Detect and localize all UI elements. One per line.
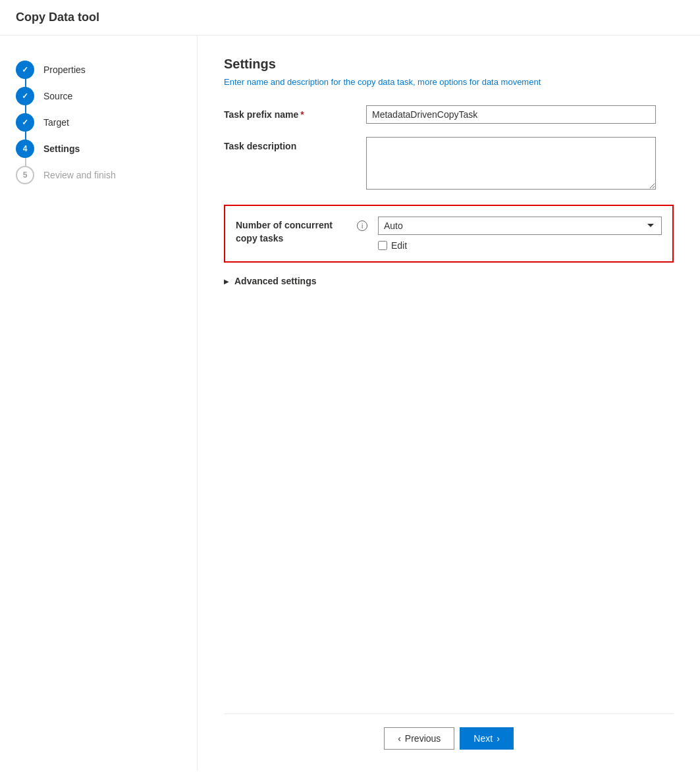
task-prefix-control <box>366 105 674 124</box>
step-label-source: Source <box>43 83 72 109</box>
chevron-right-icon: › <box>497 733 500 744</box>
info-icon[interactable]: i <box>357 220 367 231</box>
step-label-review: Review and finish <box>43 162 116 188</box>
previous-button[interactable]: ‹ Previous <box>384 727 454 750</box>
edit-label: Edit <box>391 240 407 251</box>
concurrent-dropdown[interactable]: Auto 1 2 4 8 16 <box>378 217 662 235</box>
concurrent-section: Number of concurrent copy tasks i Auto 1… <box>224 205 674 263</box>
step-item-target[interactable]: ✓ Target <box>16 109 181 136</box>
concurrent-controls: Auto 1 2 4 8 16 Edit <box>378 217 662 251</box>
step-item-review[interactable]: 5 Review and finish <box>16 162 181 188</box>
section-subtitle: Enter name and description for the copy … <box>224 77 674 87</box>
step-circle-source: ✓ <box>16 87 34 105</box>
step-label-settings: Settings <box>43 136 80 162</box>
step-circle-review: 5 <box>16 166 34 184</box>
step-circle-properties: ✓ <box>16 61 34 79</box>
step-circle-settings: 4 <box>16 140 34 158</box>
step-item-settings[interactable]: 4 Settings <box>16 136 181 162</box>
task-description-control <box>366 137 674 192</box>
step-item-properties[interactable]: ✓ Properties <box>16 57 181 83</box>
task-description-label: Task description <box>224 137 356 151</box>
advanced-label: Advanced settings <box>234 276 316 286</box>
check-icon-source: ✓ <box>22 91 28 101</box>
task-description-input[interactable] <box>366 137 656 190</box>
check-icon: ✓ <box>22 65 28 74</box>
check-icon-target: ✓ <box>22 118 28 127</box>
chevron-right-icon: ▶ <box>224 278 229 285</box>
step-label-target: Target <box>43 109 69 136</box>
main-content: Settings Enter name and description for … <box>198 36 700 771</box>
step-label-properties: Properties <box>43 57 86 83</box>
next-label: Next <box>473 733 493 744</box>
concurrent-row: Number of concurrent copy tasks i Auto 1… <box>236 217 662 251</box>
advanced-settings-row[interactable]: ▶ Advanced settings <box>224 276 674 286</box>
concurrent-label-wrapper: Number of concurrent copy tasks i <box>236 217 367 245</box>
next-button[interactable]: Next › <box>460 727 513 750</box>
step-number-review: 5 <box>23 170 28 180</box>
step-list: ✓ Properties ✓ Source ✓ Target <box>16 57 181 188</box>
edit-checkbox[interactable] <box>378 241 387 250</box>
edit-checkbox-row: Edit <box>378 240 662 251</box>
chevron-left-icon: ‹ <box>398 733 401 744</box>
step-item-source[interactable]: ✓ Source <box>16 83 181 109</box>
bottom-nav: ‹ Previous Next › <box>224 713 674 750</box>
concurrent-dropdown-wrapper: Auto 1 2 4 8 16 <box>378 217 662 235</box>
previous-label: Previous <box>405 733 441 744</box>
sidebar: ✓ Properties ✓ Source ✓ Target <box>0 36 198 771</box>
section-title: Settings <box>224 57 674 72</box>
task-description-row: Task description <box>224 137 674 192</box>
task-prefix-label: Task prefix name* <box>224 105 356 120</box>
concurrent-label: Number of concurrent copy tasks <box>236 219 353 245</box>
step-circle-target: ✓ <box>16 113 34 132</box>
app-title: Copy Data tool <box>0 0 700 36</box>
step-number-settings: 4 <box>23 144 28 153</box>
task-prefix-row: Task prefix name* <box>224 105 674 124</box>
task-prefix-input[interactable] <box>366 105 656 124</box>
